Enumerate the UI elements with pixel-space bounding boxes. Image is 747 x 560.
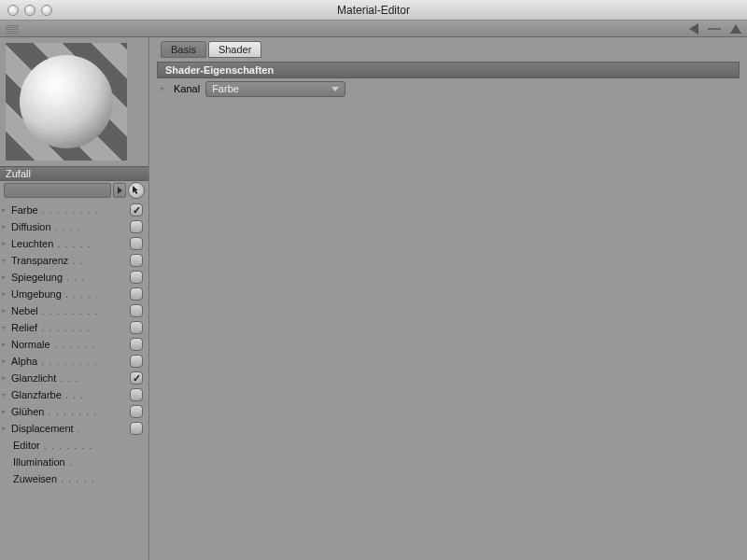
close-button[interactable] xyxy=(7,5,19,16)
zoom-button[interactable] xyxy=(41,5,52,16)
kanal-label: Kanal xyxy=(174,83,200,94)
channel-label: Alpha . . . . . . . . xyxy=(11,356,130,367)
channel-alpha[interactable]: ▫Alpha . . . . . . . . xyxy=(0,353,148,370)
window-title: Material-Editor xyxy=(337,4,410,17)
expand-icon[interactable]: ▫ xyxy=(161,84,168,93)
sub-item-zuweisen[interactable]: Zuweisen . . . . . xyxy=(0,470,148,487)
expand-icon[interactable]: ▫ xyxy=(2,424,9,433)
channel-label: Spiegelung . . . xyxy=(11,272,130,283)
content-area: Basis Shader Shader-Eigenschaften ▫ Kana… xyxy=(149,37,747,560)
channel-displacement[interactable]: ▫Displacement . xyxy=(0,420,148,437)
expand-icon[interactable]: ▫ xyxy=(2,340,9,349)
channel-nebel[interactable]: ▫Nebel . . . . . . . . xyxy=(0,302,148,319)
channel-checkbox[interactable] xyxy=(130,405,143,418)
kanal-select[interactable]: Farbe xyxy=(205,81,345,97)
channel-glanzlicht[interactable]: ▫Glanzlicht . . . xyxy=(0,370,148,386)
tab-basis[interactable]: Basis xyxy=(161,41,206,58)
tab-shader[interactable]: Shader xyxy=(208,41,261,58)
channel-normale[interactable]: ▫Normale . . . . . . xyxy=(0,336,148,353)
expand-icon[interactable]: ▫ xyxy=(2,239,9,248)
channel-list: ▫Farbe . . . . . . . .▫Diffusion . . . .… xyxy=(0,200,148,491)
channel-farbe[interactable]: ▫Farbe . . . . . . . . xyxy=(0,202,148,218)
material-name-label: Zufall xyxy=(0,166,148,181)
channel-checkbox[interactable] xyxy=(130,237,143,250)
section-header: Shader-Eigenschaften xyxy=(157,62,740,78)
channel-checkbox[interactable] xyxy=(130,422,143,435)
preview-sphere xyxy=(20,55,113,148)
expand-icon[interactable]: ▫ xyxy=(2,205,9,215)
channel-transparenz[interactable]: ▫Transparenz . . xyxy=(0,252,148,269)
channel-checkbox[interactable] xyxy=(130,287,143,301)
chevron-down-icon xyxy=(331,87,339,91)
expand-icon[interactable]: ▫ xyxy=(2,390,9,399)
channel-checkbox[interactable] xyxy=(130,321,143,334)
channel-checkbox[interactable] xyxy=(130,203,143,217)
channel-label: Diffusion . . . . xyxy=(11,221,130,232)
expand-icon[interactable]: ▫ xyxy=(2,373,9,383)
channel-label: Glanzlicht . . . xyxy=(11,372,130,384)
channel-leuchten[interactable]: ▫Leuchten . . . . . xyxy=(0,235,148,252)
cursor-arrow-icon xyxy=(131,185,142,196)
channel-label: Glühen . . . . . . . xyxy=(11,406,130,417)
channel-label: Umgebung . . . . . xyxy=(11,288,130,300)
titlebar: Material-Editor xyxy=(0,0,747,21)
channel-checkbox[interactable] xyxy=(130,355,143,368)
triangle-right-icon xyxy=(118,187,122,194)
channel-umgebung[interactable]: ▫Umgebung . . . . . xyxy=(0,286,148,302)
material-preview[interactable] xyxy=(6,43,127,161)
channel-glanzfarbe[interactable]: ▫Glanzfarbe . . . xyxy=(0,386,148,403)
channel-checkbox[interactable] xyxy=(130,338,143,351)
channel-diffusion[interactable]: ▫Diffusion . . . . xyxy=(0,218,148,235)
channel-checkbox[interactable] xyxy=(130,371,143,385)
channel-checkbox[interactable] xyxy=(130,220,143,233)
channel-label: Displacement . xyxy=(11,423,130,434)
expand-icon[interactable]: ▫ xyxy=(2,357,9,366)
expand-icon[interactable]: ▫ xyxy=(2,273,9,282)
channel-checkbox[interactable] xyxy=(130,271,143,284)
channel-checkbox[interactable] xyxy=(130,304,143,317)
channel-label: Normale . . . . . . xyxy=(11,339,130,350)
grip-icon[interactable] xyxy=(6,24,19,34)
expand-icon[interactable]: ▫ xyxy=(2,289,9,299)
sub-item-label: Zuweisen . . . . . xyxy=(13,473,143,484)
nav-up-icon[interactable] xyxy=(730,24,741,34)
channel-gluehen[interactable]: ▫Glühen . . . . . . . xyxy=(0,403,148,420)
traffic-lights xyxy=(7,5,52,16)
channel-spiegelung[interactable]: ▫Spiegelung . . . xyxy=(0,269,148,286)
sub-item-label: Editor . . . . . . . xyxy=(13,440,143,451)
channel-label: Farbe . . . . . . . . xyxy=(11,204,130,216)
expand-icon[interactable]: ▫ xyxy=(2,323,9,332)
channel-label: Nebel . . . . . . . . xyxy=(11,305,130,316)
channel-label: Relief . . . . . . . xyxy=(11,322,130,333)
expand-icon[interactable]: ▫ xyxy=(2,256,9,265)
channel-label: Transparenz . . xyxy=(11,255,130,266)
channel-label: Leuchten . . . . . xyxy=(11,238,130,249)
sub-item-label: Illumination . xyxy=(13,456,143,468)
tab-bar: Basis Shader xyxy=(161,41,740,58)
channel-label: Glanzfarbe . . . xyxy=(11,389,130,400)
shader-select-field[interactable] xyxy=(4,183,111,198)
expand-icon[interactable]: ▫ xyxy=(2,222,9,231)
toolbar xyxy=(0,21,747,37)
channel-checkbox[interactable] xyxy=(130,254,143,267)
expand-icon[interactable]: ▫ xyxy=(2,407,9,416)
nav-divider xyxy=(708,28,721,30)
shader-dropdown-button[interactable] xyxy=(113,183,126,198)
channel-relief[interactable]: ▫Relief . . . . . . . xyxy=(0,319,148,336)
kanal-value: Farbe xyxy=(212,83,239,94)
minimize-button[interactable] xyxy=(24,5,35,16)
expand-icon[interactable]: ▫ xyxy=(2,306,9,315)
sidebar: Zufall ▫Farbe . . . . . . . .▫Diffusion … xyxy=(0,37,149,560)
channel-checkbox[interactable] xyxy=(130,388,143,401)
property-row-kanal: ▫ Kanal Farbe xyxy=(157,78,740,99)
navigate-button[interactable] xyxy=(128,182,145,199)
nav-back-icon[interactable] xyxy=(689,23,698,35)
sub-item-editor[interactable]: Editor . . . . . . . xyxy=(0,437,148,454)
sub-item-illumination[interactable]: Illumination . xyxy=(0,454,148,470)
